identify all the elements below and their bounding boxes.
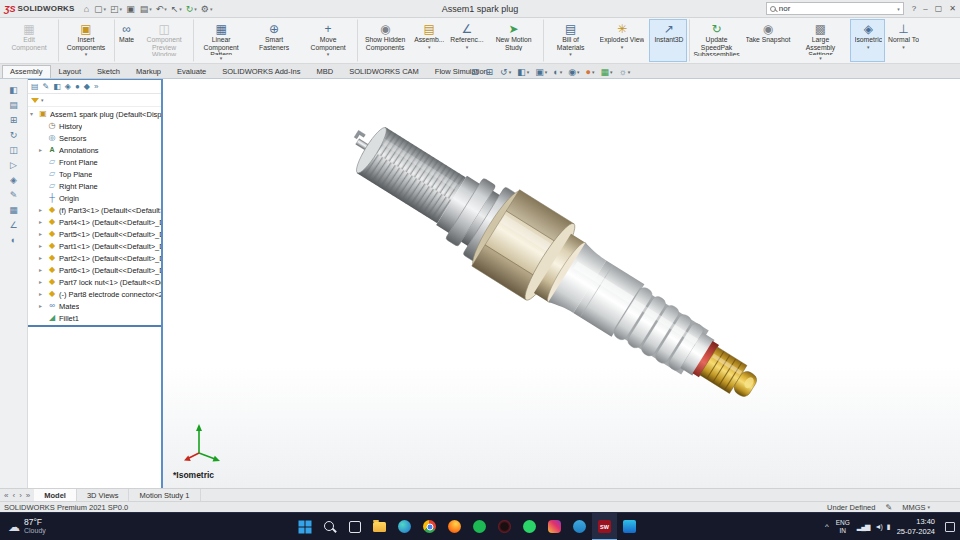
expand-arrow-icon[interactable]: ▸ — [39, 228, 45, 240]
ribbon-button[interactable]: ➤ New Motion Study — [487, 19, 541, 62]
search-caret-icon[interactable]: ▾ — [897, 6, 900, 12]
file-explorer-icon[interactable] — [367, 513, 392, 540]
ribbon-button[interactable]: ▩ Large Assembly Settings ▾ — [794, 19, 848, 62]
tree-item[interactable]: ▸ Annotations — [28, 144, 161, 156]
expand-arrow-icon[interactable]: ▸ — [39, 144, 45, 156]
expand-arrow-icon[interactable]: ▸ — [39, 300, 45, 312]
tree-item[interactable]: ▸ Part2<1> (Default<<Default>_Di... — [28, 252, 161, 264]
task-view-icon[interactable] — [342, 513, 367, 540]
left-toolbar-icon[interactable]: ◧ — [5, 84, 23, 96]
ribbon-tab[interactable]: Assembly — [2, 65, 51, 78]
ribbon-button[interactable]: ▤ Bill of Materials ▾ — [543, 19, 597, 62]
weather-widget[interactable]: ☁ 87°F Cloudy — [0, 518, 54, 536]
home-icon[interactable]: ⌂ — [82, 1, 92, 17]
zoom-fit-icon[interactable]: ⊡ — [468, 67, 483, 77]
tree-item[interactable]: ▸ Part6<1> (Default<<Default>_Di... — [28, 264, 161, 276]
tree-item[interactable]: ▸ (-) Part8 electrode connector<2> — [28, 288, 161, 300]
tree-item[interactable]: Sensors — [28, 132, 161, 144]
tree-item[interactable]: ▸ Mates — [28, 300, 161, 312]
expand-arrow-icon[interactable]: ▾ — [30, 108, 36, 120]
tree-item[interactable]: ▸ (f) Part3<1> (Default<<Default>... — [28, 204, 161, 216]
chrome-icon[interactable] — [417, 513, 442, 540]
expand-arrow-icon[interactable]: ▸ — [39, 204, 45, 216]
opera-icon[interactable] — [492, 513, 517, 540]
whatsapp-icon[interactable] — [517, 513, 542, 540]
expand-arrow-icon[interactable]: ▸ — [39, 276, 45, 288]
tree-item[interactable]: Origin — [28, 192, 161, 204]
save-icon[interactable]: ▣ — [124, 1, 138, 17]
left-toolbar-icon[interactable]: ◐ — [5, 234, 23, 246]
tree-item[interactable]: History — [28, 120, 161, 132]
hide-show-icon[interactable]: ◉▾ — [565, 67, 582, 77]
scene-icon[interactable]: ▦▾ — [598, 67, 616, 77]
configurationmanager-tab-icon[interactable]: ◧ — [52, 82, 62, 91]
expand-arrow-icon[interactable]: ▸ — [39, 252, 45, 264]
expand-arrow-icon[interactable]: ▸ — [39, 288, 45, 300]
ribbon-button[interactable]: ◫ Component Preview Window — [137, 19, 191, 62]
ribbon-button[interactable]: ▦ Edit Component — [2, 19, 56, 62]
ribbon-button[interactable]: ↗ Instant3D — [649, 19, 686, 62]
ribbon-button[interactable]: ⊥ Normal To ▾ — [885, 19, 922, 62]
ribbon-tab[interactable]: Sketch — [89, 65, 128, 78]
ribbon-button[interactable]: + Move Component ▾ — [301, 19, 355, 62]
display-style-icon[interactable]: ◐▾ — [550, 67, 565, 77]
ribbon-tab[interactable]: SOLIDWORKS Add-Ins — [214, 65, 308, 78]
close-button[interactable]: ✕ — [949, 4, 956, 13]
ribbon-button[interactable]: ✳ Exploded View ▾ — [597, 19, 648, 62]
tree-item[interactable]: Front Plane — [28, 156, 161, 168]
battery-icon[interactable]: ▮ — [887, 523, 890, 531]
dimxpertmanager-tab-icon[interactable]: ◈ — [64, 82, 72, 91]
rollback-bar[interactable] — [28, 325, 161, 327]
previous-view-icon[interactable]: ↺▾ — [497, 67, 514, 77]
telegram-icon[interactable] — [567, 513, 592, 540]
undo-icon[interactable]: ↶▾ — [154, 1, 169, 17]
ribbon-button[interactable]: ◉ Show Hidden Components — [357, 19, 411, 62]
left-toolbar-icon[interactable]: ▤ — [5, 99, 23, 111]
view-orientation-icon[interactable]: ▣▾ — [532, 67, 550, 77]
tree-item[interactable]: ▸ Part1<1> (Default<<Default>_Di... — [28, 240, 161, 252]
tray-overflow-chevron-icon[interactable]: ^ — [825, 522, 829, 531]
ribbon-tab[interactable]: SOLIDWORKS CAM — [341, 65, 427, 78]
language-indicator[interactable]: ENG IN — [836, 519, 850, 535]
tree-item[interactable]: ▸ Part7 lock nut<1> (Default<<Def... — [28, 276, 161, 288]
expand-arrow-icon[interactable]: ▸ — [39, 216, 45, 228]
volume-icon[interactable]: ◄) — [875, 523, 882, 530]
section-view-icon[interactable]: ◧▾ — [514, 67, 532, 77]
tabs-overflow-icon[interactable]: » — [93, 82, 99, 91]
ribbon-button[interactable]: ∞ Mate — [114, 19, 137, 62]
network-icon[interactable]: ▂▄▆ — [857, 523, 870, 531]
tab-scroll-arrow-icon[interactable]: ‹ — [12, 491, 15, 500]
left-toolbar-icon[interactable]: ⊞ — [5, 114, 23, 126]
tab-scroll-arrow-icon[interactable]: « — [4, 491, 8, 500]
cam-tab-icon[interactable]: ◆ — [83, 82, 91, 91]
ribbon-tab[interactable]: MBD — [309, 65, 342, 78]
print-icon[interactable]: ▤▾ — [138, 1, 154, 17]
select-icon[interactable]: ↖▾ — [169, 1, 184, 17]
edge-icon[interactable] — [392, 513, 417, 540]
ribbon-button[interactable]: ◉ Take Snapshot — [743, 19, 794, 62]
tab-scroll-arrow-icon[interactable]: › — [19, 491, 22, 500]
spotify-icon[interactable] — [467, 513, 492, 540]
spark-plug-model[interactable] — [163, 79, 960, 488]
ribbon-button[interactable]: ▤ Assemb... ▾ — [411, 19, 447, 62]
tree-item[interactable]: ▸ Part4<1> (Default<<Default>_Di... — [28, 216, 161, 228]
start-icon[interactable] — [292, 513, 317, 540]
appearances-icon[interactable]: ●▾ — [583, 67, 598, 77]
ribbon-tab[interactable]: Markup — [128, 65, 169, 78]
search-icon[interactable] — [317, 513, 342, 540]
featuremanager-tab-icon[interactable]: ▤ — [30, 82, 40, 91]
ribbon-button[interactable]: ▦ Linear Component Pattern ▾ — [193, 19, 247, 62]
tree-item[interactable]: ▸ Part5<1> (Default<<Default>_Di... — [28, 228, 161, 240]
filter-caret-icon[interactable]: ▾ — [41, 97, 44, 103]
tree-item[interactable]: Right Plane — [28, 180, 161, 192]
new-file-icon[interactable]: ▢▾ — [92, 1, 108, 17]
document-tab[interactable]: Motion Study 1 — [129, 489, 200, 501]
clock-widget[interactable]: 13:40 25-07-2024 — [897, 517, 935, 536]
left-toolbar-icon[interactable]: ✎ — [5, 189, 23, 201]
restore-button[interactable]: ▢ — [935, 4, 943, 13]
filter-icon[interactable] — [31, 98, 39, 103]
document-tab[interactable]: 3D Views — [77, 489, 130, 501]
instagram-icon[interactable] — [542, 513, 567, 540]
solidworks-icon[interactable] — [592, 513, 617, 540]
ribbon-button[interactable]: ⊕ Smart Fasteners — [247, 19, 301, 62]
